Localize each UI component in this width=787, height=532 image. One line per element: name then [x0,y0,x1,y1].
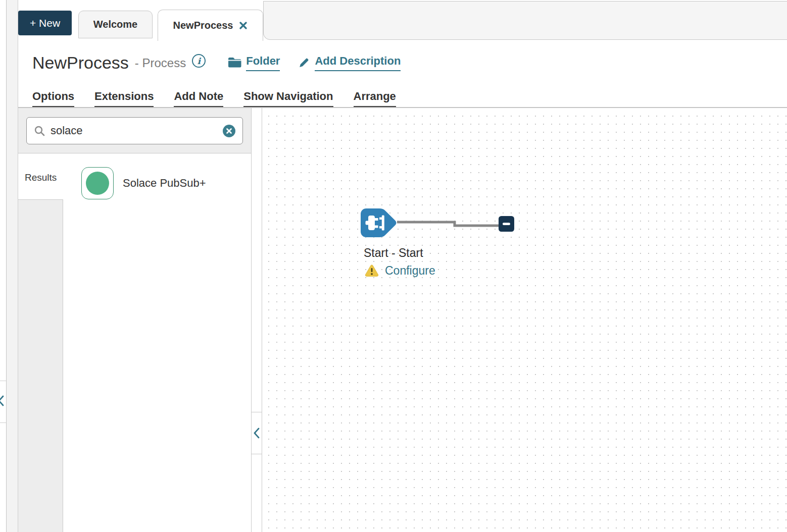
search-panel [18,108,251,153]
configure-row: Configure [365,264,435,278]
process-menu-bar: Options Extensions Add Note Show Navigat… [32,90,396,107]
app-window: + New Welcome NewProcess NewProcess - Pr… [0,0,787,532]
result-item-solace-pubsub[interactable]: Solace PubSub+ [81,167,206,199]
chevron-left-icon[interactable] [0,395,5,409]
endpoint-icon [499,216,514,232]
connector-icon [86,172,109,195]
result-name: Solace PubSub+ [123,177,206,190]
folder-link-label: Folder [246,55,280,71]
divider [0,422,7,423]
connector-card [81,167,114,199]
tab-newprocess[interactable]: NewProcess [158,10,263,41]
search-input[interactable] [51,124,218,137]
add-description-link[interactable]: Add Description [298,55,401,71]
menu-arrange[interactable]: Arrange [354,90,396,107]
warning-icon [365,264,379,277]
configure-link[interactable]: Configure [385,264,435,278]
menu-extensions[interactable]: Extensions [94,90,154,107]
process-canvas[interactable]: Start - Start Configure [263,109,787,532]
new-button[interactable]: + New [18,11,72,35]
info-icon[interactable]: i [192,54,206,68]
left-gutter [7,0,18,532]
chevron-left-icon [253,427,260,440]
shapes-sidebar: Results Solace PubSub+ [18,108,251,532]
divider [0,381,7,381]
tab-bar-filler [263,1,787,40]
panel-divider [251,108,262,532]
page-type-label: - Process [135,56,186,70]
start-node[interactable] [361,208,532,242]
new-button-label: + New [30,17,60,29]
tab-welcome[interactable]: Welcome [78,11,153,38]
results-tab-strip [18,199,63,532]
left-collapsed-panel-edge [0,0,7,532]
start-node-label: Start - Start [364,246,423,260]
folder-link[interactable]: Folder [228,55,280,71]
search-box[interactable] [26,117,243,144]
menu-show-navigation[interactable]: Show Navigation [243,90,333,107]
add-description-link-label: Add Description [315,55,401,71]
start-shape-icon [361,208,396,237]
menu-add-note[interactable]: Add Note [174,90,223,107]
connector-line [397,222,500,226]
results-tab-label: Results [25,172,57,183]
collapse-sidebar-handle[interactable] [252,412,262,454]
page-header: NewProcess - Process i Folder Add Descri… [32,53,401,73]
menu-options[interactable]: Options [32,90,74,107]
tab-welcome-label: Welcome [93,19,137,30]
page-title: NewProcess [32,53,129,73]
tab-close-icon[interactable] [239,21,248,30]
results-tab[interactable]: Results [18,154,63,199]
search-icon [34,125,45,137]
folder-icon [228,57,241,68]
pencil-icon [298,57,310,69]
clear-search-icon[interactable] [223,125,235,137]
tab-newprocess-label: NewProcess [173,20,233,31]
